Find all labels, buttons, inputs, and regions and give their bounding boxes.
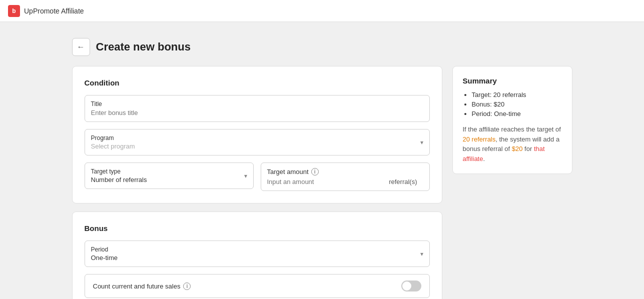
topbar: b UpPromote Affiliate [0,0,644,22]
count-sales-text: Count current and future sales [93,282,181,290]
summary-desc-referrals: 20 referrals [463,136,496,143]
target-amount-col: Target amount i referral(s) [261,162,430,191]
summary-item-1: Target: 20 referrals [472,91,562,98]
condition-card: Condition Title Program Select program ▾ [72,66,442,204]
bonus-card-title: Bonus [85,224,430,232]
summary-desc-text3: for [522,145,533,152]
count-sales-info-icon[interactable]: i [183,282,191,290]
summary-card: Summary Target: 20 referrals Bonus: $20 … [452,66,572,174]
title-input[interactable] [91,109,423,116]
period-field-box: Period One-time ▾ One-time [85,240,430,267]
summary-title: Summary [463,76,562,85]
period-field-group: Period One-time ▾ One-time [85,240,430,267]
target-row: Target type Number of referrals ▾ Number… [85,162,430,191]
page-title: Create new bonus [96,40,191,54]
summary-desc-amount: $20 [512,145,523,152]
main-area: ← Create new bonus Condition Title Progr… [72,38,572,299]
target-amount-suffix: referral(s) [389,178,417,186]
condition-card-title: Condition [85,78,430,87]
bonus-card: Bonus Period One-time ▾ One-time [72,212,442,299]
title-field-box: Title [85,95,430,122]
target-amount-label: Target amount [267,168,309,176]
count-sales-row: Count current and future sales i [85,274,430,298]
target-type-col: Target type Number of referrals ▾ Number… [85,162,254,191]
summary-item-3: Period: One-time [472,110,562,118]
target-amount-label-row: Target amount i [267,168,423,176]
count-sales-toggle[interactable] [401,280,421,292]
program-field-group: Program Select program ▾ Select program [85,129,430,156]
title-field-group: Title [85,95,430,122]
target-amount-info-icon[interactable]: i [311,168,319,176]
summary-item-2: Bonus: $20 [472,100,562,108]
summary-desc-text1: If the affiliate reaches the target of [463,126,561,133]
count-sales-label: Count current and future sales i [93,282,191,290]
target-amount-input-wrapper: referral(s) [267,178,423,186]
target-amount-box: Target amount i referral(s) [261,162,430,191]
target-amount-input[interactable] [267,178,383,186]
page-header: ← Create new bonus [72,38,442,56]
program-field-box: Program Select program ▾ Select program [85,129,430,156]
back-button[interactable]: ← [72,38,90,56]
app-logo: b [8,5,20,17]
title-label: Title [91,100,423,108]
target-type-box: Target type Number of referrals ▾ Number… [85,162,254,189]
page-content: ← Create new bonus Condition Title Progr… [0,22,644,299]
app-name: UpPromote Affiliate [24,7,84,15]
form-area: ← Create new bonus Condition Title Progr… [72,38,442,299]
summary-panel: Summary Target: 20 referrals Bonus: $20 … [452,66,572,174]
summary-list: Target: 20 referrals Bonus: $20 Period: … [463,91,562,118]
summary-description: If the affiliate reaches the target of 2… [463,124,562,164]
summary-desc-period: . [483,155,485,162]
